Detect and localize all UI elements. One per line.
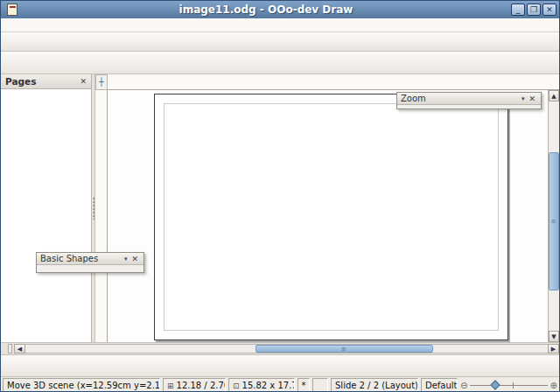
drawing-toolbar <box>1 355 559 377</box>
status-position: ⊞ 12.18 / 2.76 <box>163 378 226 392</box>
scroll-down-icon[interactable]: ▼ <box>549 331 559 342</box>
status-size: ⊡ 15.82 x 17.74 <box>228 378 295 392</box>
maximize-button[interactable]: ❒ <box>527 4 541 16</box>
ruler-origin-corner: ┼ <box>95 74 108 90</box>
status-slide-info[interactable]: Slide 2 / 2 (Layout) <box>331 378 418 392</box>
drawing-canvas[interactable] <box>108 90 548 342</box>
position-icon: ⊞ <box>167 382 174 390</box>
horizontal-scroll-thumb[interactable]: ≡ <box>256 345 433 353</box>
menubar <box>1 18 559 32</box>
slide-tabbar: ◀ ≡ ▶ <box>1 342 559 355</box>
zoom-palette-title: Zoom <box>401 94 426 103</box>
zoom-slider[interactable]: ⊖ ⊕ <box>460 378 557 392</box>
zoom-palette-close-icon[interactable]: ✕ <box>527 94 537 103</box>
status-page-style[interactable]: Default <box>421 378 458 392</box>
work-area: ┼ ▲ ≡ ▼ <box>95 74 559 342</box>
line-and-filling-toolbar <box>1 52 559 74</box>
horizontal-ruler[interactable] <box>108 74 559 90</box>
close-button[interactable]: ✕ <box>542 4 556 16</box>
basic-shapes-titlebar[interactable]: Basic Shapes ▾ ✕ <box>37 253 144 265</box>
3d-scene-graphics[interactable] <box>108 90 538 342</box>
vertical-scrollbar[interactable]: ▲ ≡ ▼ <box>548 90 559 342</box>
size-icon: ⊡ <box>233 382 240 390</box>
zoom-in-slider-icon[interactable]: ⊕ <box>550 381 557 390</box>
basic-shapes-palette: Basic Shapes ▾ ✕ <box>36 252 144 273</box>
pages-panel: Pages ✕ <box>1 74 92 342</box>
vertical-ruler[interactable] <box>95 90 108 342</box>
standard-toolbar <box>1 32 559 52</box>
status-signature <box>312 378 328 392</box>
zoom-palette-menu-icon[interactable]: ▾ <box>519 95 528 102</box>
tabbar-splitter[interactable] <box>8 344 12 354</box>
minimize-button[interactable]: _ <box>511 4 525 16</box>
zoom-slider-thumb[interactable] <box>490 380 500 389</box>
horizontal-scrollbar[interactable]: ◀ ≡ ▶ <box>14 344 559 354</box>
zoom-out-slider-icon[interactable]: ⊖ <box>460 381 467 390</box>
basic-shapes-close-icon[interactable]: ✕ <box>130 255 140 263</box>
main-area: Pages ✕ ┼ ▲ <box>1 74 559 342</box>
zoom-palette-titlebar[interactable]: Zoom ▾ ✕ <box>397 93 541 105</box>
status-action: Move 3D scene (x=12.59cm y=2.19cm) <box>3 378 160 392</box>
pages-panel-close-icon[interactable]: ✕ <box>80 77 87 86</box>
application-window: image11.odg - OOo-dev Draw _❒✕ Pages ✕ ┼ <box>0 0 560 392</box>
status-modified: * <box>298 378 310 392</box>
statusbar: Move 3D scene (x=12.59cm y=2.19cm) ⊞ 12.… <box>1 377 559 392</box>
basic-shapes-title: Basic Shapes <box>40 254 98 263</box>
zoom-palette: Zoom ▾ ✕ <box>396 92 542 109</box>
vertical-scroll-thumb[interactable]: ≡ <box>549 152 559 290</box>
app-icon <box>7 4 18 16</box>
titlebar: image11.odg - OOo-dev Draw _❒✕ <box>1 1 559 18</box>
window-title: image11.odg - OOo-dev Draw <box>21 4 511 16</box>
pages-panel-title: Pages <box>5 76 36 87</box>
scroll-right-icon[interactable]: ▶ <box>548 344 559 354</box>
scroll-left-icon[interactable]: ◀ <box>14 344 25 354</box>
basic-shapes-menu-icon[interactable]: ▾ <box>122 256 130 262</box>
scroll-up-icon[interactable]: ▲ <box>549 90 559 102</box>
